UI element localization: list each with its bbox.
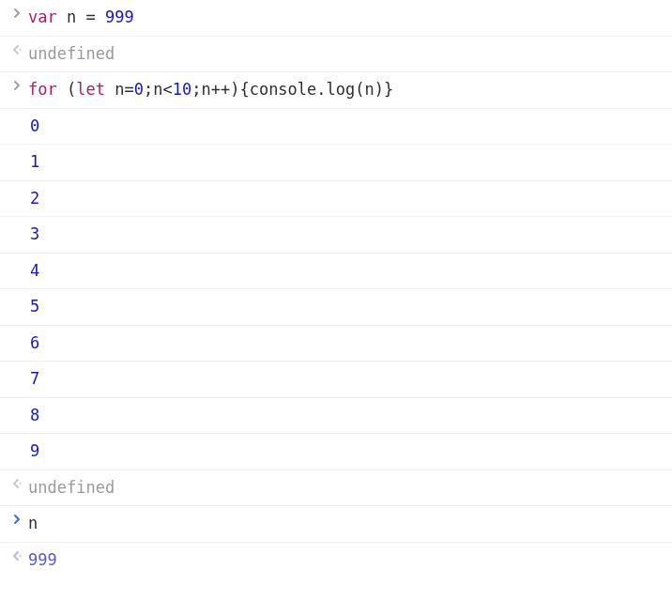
code-token: console (250, 80, 317, 99)
console-row: for (let n=0;n<10;n++){console.log(n)} (0, 72, 672, 109)
code-token: ) (374, 80, 384, 99)
console-row: 5 (0, 289, 672, 326)
undefined-text: undefined (28, 44, 115, 63)
svg-point-0 (20, 49, 22, 51)
code-token: < (162, 80, 172, 99)
log-gutter (6, 439, 28, 441)
code-token (105, 80, 115, 99)
input-code[interactable]: for (let n=0;n<10;n++){console.log(n)} (28, 78, 664, 102)
console-row: 7 (0, 362, 672, 398)
code-token (96, 8, 105, 26)
log-gutter (6, 259, 28, 261)
svg-point-1 (20, 483, 22, 485)
code-token: let (76, 80, 105, 99)
svg-point-2 (20, 555, 22, 557)
log-value: 1 (28, 152, 39, 171)
console-row: n (0, 506, 672, 543)
code-token (57, 8, 67, 26)
log-gutter (6, 223, 28, 224)
log-value: 7 (28, 369, 39, 388)
undefined-text: undefined (28, 478, 115, 497)
log-value: 8 (28, 406, 39, 424)
console-row: 999 (0, 543, 672, 578)
code-token: } (384, 80, 393, 99)
log-output: 6 (28, 331, 664, 356)
console-row: 6 (0, 326, 672, 362)
code-token: = (85, 8, 95, 26)
console-row: 8 (0, 398, 672, 435)
log-gutter (6, 331, 28, 333)
code-token: ) (230, 80, 239, 99)
input-code[interactable]: n (28, 512, 664, 536)
log-output: 9 (28, 439, 664, 464)
code-token (76, 8, 85, 26)
code-token: n (28, 514, 38, 532)
code-token: ++ (211, 80, 230, 99)
output-chevron-icon (6, 476, 28, 489)
code-token: ; (144, 80, 153, 99)
log-gutter (6, 367, 28, 369)
console-row: undefined (0, 37, 672, 73)
code-token: 10 (173, 80, 191, 99)
code-token: var (28, 8, 57, 26)
code-token: log (327, 80, 356, 99)
code-token: = (124, 80, 133, 99)
console-row: var n = 999 (0, 0, 672, 37)
code-token: 0 (134, 80, 144, 99)
log-output: 5 (28, 295, 664, 319)
code-token: { (239, 80, 249, 99)
log-gutter (6, 150, 28, 152)
code-token: n (365, 80, 374, 99)
log-value: 0 (28, 116, 39, 135)
result-undefined: undefined (28, 476, 664, 500)
code-token: 999 (105, 8, 134, 26)
code-token: n (201, 80, 210, 99)
log-output: 1 (28, 150, 664, 175)
log-gutter (6, 187, 28, 189)
code-token: . (316, 80, 326, 99)
code-token: n (153, 80, 162, 99)
input-chevron-icon (6, 6, 28, 19)
log-value: 4 (28, 261, 39, 280)
log-gutter (6, 115, 28, 116)
result-value: 999 (28, 548, 664, 573)
code-token: n (115, 80, 124, 99)
code-token: for (28, 80, 57, 99)
code-token: n (67, 8, 76, 26)
log-output: 8 (28, 404, 664, 428)
log-value: 5 (28, 297, 39, 316)
log-value: 6 (28, 333, 39, 352)
log-output: 0 (28, 115, 664, 139)
console-row: 1 (0, 145, 672, 181)
input-chevron-icon (6, 78, 28, 91)
log-value: 3 (28, 224, 39, 243)
code-token (57, 80, 67, 99)
console-row: 9 (0, 434, 672, 470)
output-chevron-icon (6, 42, 28, 55)
input-chevron-icon (6, 512, 28, 525)
console-row: undefined (0, 470, 672, 507)
console-row: 3 (0, 217, 672, 254)
code-token: ; (191, 80, 201, 99)
log-gutter (6, 295, 28, 297)
code-token: ( (67, 80, 76, 99)
console-row: 0 (0, 109, 672, 146)
output-chevron-icon (6, 548, 28, 562)
code-token: ( (355, 80, 364, 99)
result-number: 999 (28, 550, 57, 569)
log-gutter (6, 404, 28, 406)
log-value: 2 (28, 189, 39, 208)
log-value: 9 (28, 441, 39, 460)
console-row: 2 (0, 181, 672, 218)
result-undefined: undefined (28, 42, 664, 67)
log-output: 7 (28, 367, 664, 392)
console-panel: var n = 999undefinedfor (let n=0;n<10;n+… (0, 0, 672, 578)
log-output: 4 (28, 259, 664, 284)
log-output: 2 (28, 187, 664, 211)
input-code[interactable]: var n = 999 (28, 6, 664, 30)
console-row: 4 (0, 254, 672, 290)
log-output: 3 (28, 223, 664, 247)
